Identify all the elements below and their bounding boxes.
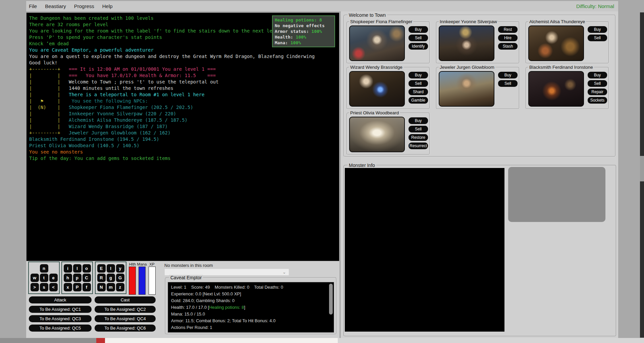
attack-button[interactable]: Attack xyxy=(29,296,92,303)
key-z-button[interactable]: z xyxy=(116,283,124,291)
npc-blacksmith-sell-button[interactable]: Sell xyxy=(588,80,607,87)
window-scrollbar[interactable] xyxy=(640,12,644,338)
npc-name: Blacksmith Ferdinand Ironstone xyxy=(528,65,594,70)
npc-portrait-innkeeper xyxy=(439,25,494,61)
key-l-button[interactable]: l xyxy=(73,264,82,273)
window-scrollbar-thumb[interactable] xyxy=(640,156,644,181)
key-<-button[interactable]: < xyxy=(49,283,58,291)
npc-button-column: RestHireStash xyxy=(498,26,518,50)
character-name-title: Caveat Emptor xyxy=(169,275,203,280)
npc-priest-restore-button[interactable]: Restore xyxy=(409,134,428,141)
npc-card-shopkeeper: Shopkeeper Fiona FlamefingerBuySellIdent… xyxy=(346,21,430,64)
menu-progress[interactable]: Progress xyxy=(70,3,98,9)
npc-innkeeper-stash-button[interactable]: Stash xyxy=(498,43,518,50)
key-e-button[interactable]: e xyxy=(49,274,58,282)
npc-shopkeeper-buy-button[interactable]: Buy xyxy=(409,26,428,33)
key-f-button[interactable]: f xyxy=(83,283,91,291)
npc-priest-buy-button[interactable]: Buy xyxy=(409,117,428,124)
npc-card-blacksmith: Blacksmith Ferdinand IronstoneBuySellRep… xyxy=(526,67,609,109)
npc-alchemist-buy-button[interactable]: Buy xyxy=(588,26,607,33)
character-stats-panel: Level: 1 Score: 49 Monsters Killed: 0 To… xyxy=(168,282,334,333)
npc-wizard-shard-button[interactable]: Shard xyxy=(409,89,428,95)
log-line: +---------+ === It is 12:00 AM on 01/01/… xyxy=(29,66,338,72)
npc-shopkeeper-identify-button[interactable]: Identify xyxy=(409,43,428,50)
stat-line: Health: 17.0 / 17.0 [Healing potions: 8] xyxy=(171,304,331,311)
menu-beastiary[interactable]: Beastiary xyxy=(41,3,70,9)
key-G-button[interactable]: G xyxy=(116,274,124,282)
npc-button-column: BuySell xyxy=(498,72,518,87)
npc-shopkeeper-sell-button[interactable]: Sell xyxy=(409,35,428,41)
quick-cast-button-2[interactable]: To Be Assigned: QC2 xyxy=(95,306,156,313)
quick-cast-button-6[interactable]: To Be Assigned: QC6 xyxy=(95,325,156,332)
cast-button[interactable]: Cast xyxy=(95,296,156,303)
menu-file[interactable]: File xyxy=(25,3,41,9)
npc-card-jeweler: Jeweler Jurgen GlowbloomBuySell xyxy=(436,67,520,109)
npc-jeweler-sell-button[interactable]: Sell xyxy=(498,80,518,87)
log-line: | | Wizard Wendy Brassridge (187 / 187) xyxy=(29,123,338,130)
key-n-button[interactable]: n xyxy=(40,264,48,273)
log-line: | (N) | Shopkeeper Fiona Flamefinger (20… xyxy=(29,104,338,111)
key-m-button[interactable]: m xyxy=(107,283,115,291)
npc-name: Wizard Wendy Brassridge xyxy=(349,65,404,70)
key-E-button[interactable]: E xyxy=(97,264,106,273)
stat-line: Armor: 11.5; Combat Bonus: 2; Total To H… xyxy=(171,318,331,324)
action-keypad-2: EIyRgGNmz xyxy=(95,262,126,294)
log-line: Tip of the day: You can add gems to sock… xyxy=(29,155,338,162)
log-line: You see no monsters xyxy=(29,149,338,155)
key-N-button[interactable]: N xyxy=(97,283,106,291)
key-h-button[interactable]: h xyxy=(64,274,72,282)
npc-name: Alchemist Ailsa Thundereye xyxy=(528,19,586,24)
quick-cast-button-1[interactable]: To Be Assigned: QC1 xyxy=(29,306,92,313)
npc-jeweler-buy-button[interactable]: Buy xyxy=(498,72,518,78)
key-i-button[interactable]: i xyxy=(64,264,72,273)
npc-innkeeper-hire-button[interactable]: Hire xyxy=(498,35,518,41)
npc-blacksmith-buy-button[interactable]: Buy xyxy=(588,72,607,78)
key-g-button[interactable]: g xyxy=(107,274,115,282)
mana-bar-label: Mana xyxy=(137,262,147,266)
key-s-button[interactable]: s xyxy=(40,283,48,291)
menu-help[interactable]: Help xyxy=(98,3,117,9)
menu-bar: File Beastiary Progress Help Difficulty:… xyxy=(26,1,618,11)
npc-priest-resurrect-button[interactable]: Resurrect xyxy=(409,142,428,149)
status-line: No negative effects xyxy=(275,23,332,28)
key-p-button[interactable]: p xyxy=(73,274,82,282)
key->-button[interactable]: > xyxy=(31,283,39,291)
key-x-button[interactable]: x xyxy=(64,283,72,291)
stats-scrollbar-thumb[interactable] xyxy=(329,284,333,315)
npc-wizard-buy-button[interactable]: Buy xyxy=(409,72,428,78)
key-C-button[interactable]: C xyxy=(83,274,91,282)
mana-bar xyxy=(139,267,146,295)
welcome-to-town-title: Welcome to Town xyxy=(347,12,387,18)
xp-bar-label: XP xyxy=(147,262,157,266)
npc-priest-sell-button[interactable]: Sell xyxy=(409,126,428,132)
hlth-bar-label: Hlth xyxy=(127,262,138,266)
log-line: | | === You have 17.0/17.0 Health & Armo… xyxy=(29,72,338,79)
npc-innkeeper-rest-button[interactable]: Rest xyxy=(498,26,518,33)
quick-cast-button-4[interactable]: To Be Assigned: QC4 xyxy=(95,315,156,322)
key-y-button[interactable]: y xyxy=(116,264,124,273)
key-P-button[interactable]: P xyxy=(73,283,82,291)
key-R-button[interactable]: R xyxy=(97,274,106,282)
monster-select-dropdown[interactable]: ⌄ xyxy=(164,269,289,276)
log-line: You are Caveat Emptor, a powerful advent… xyxy=(29,47,338,53)
monster-info-groupbox: Monster Info xyxy=(343,165,616,337)
npc-card-innkeeper: Innkeeper Yvonne SilverpawRestHireStash xyxy=(436,21,520,64)
npc-wizard-sell-button[interactable]: Sell xyxy=(409,80,428,87)
key-t-button[interactable]: t xyxy=(40,274,48,282)
npc-wizard-gamble-button[interactable]: Gamble xyxy=(409,97,428,104)
taskbar-strip xyxy=(338,338,644,343)
npc-blacksmith-repair-button[interactable]: Repair xyxy=(588,89,607,95)
log-line: Priest Olivia Woodbeard (140.5 / 140.5) xyxy=(29,142,338,149)
key-I-button[interactable]: I xyxy=(107,264,115,273)
stat-line: Experience: 0.0 [Next Lvl: 500.0 XP] xyxy=(171,291,331,297)
npc-blacksmith-sockets-button[interactable]: Sockets xyxy=(588,97,607,104)
key-w-button[interactable]: w xyxy=(31,274,39,282)
status-line: Health: 100% xyxy=(275,34,332,40)
game-log: The Dungeon has been created with 100 le… xyxy=(29,15,338,260)
quick-cast-button-5[interactable]: To Be Assigned: QC5 xyxy=(29,325,92,332)
npc-alchemist-sell-button[interactable]: Sell xyxy=(588,35,607,41)
npc-button-column: BuySellIdentify xyxy=(409,26,428,50)
stat-line: Actions Per Round: 1 xyxy=(171,324,331,331)
quick-cast-button-3[interactable]: To Be Assigned: QC3 xyxy=(29,315,92,322)
key-o-button[interactable]: o xyxy=(83,264,91,273)
